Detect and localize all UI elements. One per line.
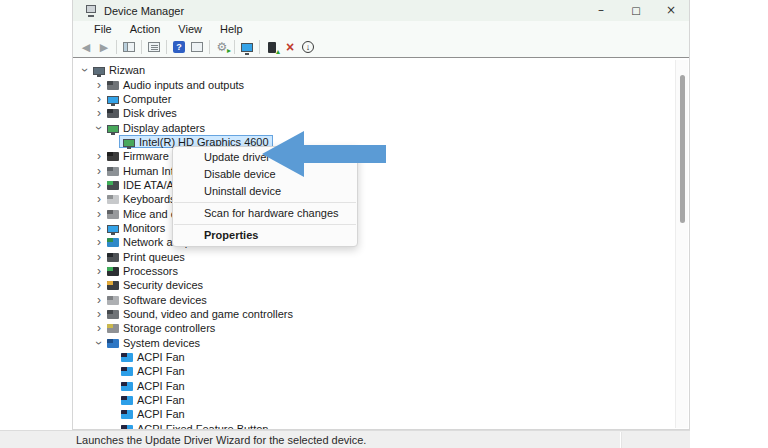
tree-item-monitors[interactable]: ›Monitors [73, 221, 689, 235]
tree-item-label: Sound, video and game controllers [123, 308, 293, 320]
acpi-icon [121, 352, 134, 362]
chevron-right-icon[interactable]: › [93, 93, 105, 105]
show-console-tree-icon[interactable] [120, 39, 138, 56]
tree-item-sound-video-and-game-controllers[interactable]: ›Sound, video and game controllers [73, 307, 689, 321]
acpi-icon [121, 381, 134, 391]
tree-item-label: Rizwan [109, 64, 145, 76]
storage-icon [107, 323, 120, 333]
tree-item-acpi-fan[interactable]: ›ACPI Fan [73, 393, 689, 407]
status-bar-divider [620, 432, 622, 448]
tree-item-audio-inputs-and-outputs[interactable]: ›Audio inputs and outputs [73, 77, 689, 91]
menu-file[interactable]: File [85, 21, 121, 37]
tree-item-label: ACPI Fan [137, 351, 185, 363]
tree-item-software-devices[interactable]: ›Software devices [73, 293, 689, 307]
annotation-arrow-icon [262, 131, 386, 177]
chevron-right-icon[interactable]: › [93, 279, 105, 291]
window-icon[interactable] [188, 39, 206, 56]
tree-item-security-devices[interactable]: ›Security devices [73, 278, 689, 292]
chevron-down-icon[interactable]: › [93, 337, 105, 349]
chevron-right-icon[interactable]: › [93, 322, 105, 334]
chevron-right-icon[interactable]: › [93, 236, 105, 248]
tree-item-label: ACPI Fixed Feature Button [137, 423, 268, 429]
maximize-icon[interactable]: □ [626, 0, 646, 21]
chevron-right-icon[interactable]: › [93, 222, 105, 234]
context-menu-item-properties[interactable]: Properties [173, 227, 357, 244]
tree-item-keyboards[interactable]: ›Keyboards [73, 192, 689, 206]
tree-item-network-adapters[interactable]: ›Network adapters [73, 235, 689, 249]
chevron-right-icon[interactable]: › [93, 107, 105, 119]
keyboard-icon [107, 194, 120, 204]
audio-icon [107, 80, 120, 90]
tree-item-ide-ata-atapi-controllers[interactable]: ›IDE ATA/ATAPI controllers [73, 178, 689, 192]
printer-icon [107, 252, 120, 262]
processor-icon [107, 266, 120, 276]
chevron-down-icon[interactable]: › [79, 64, 91, 76]
tree-item-processors[interactable]: ›Processors [73, 264, 689, 278]
chevron-right-icon[interactable]: › [93, 294, 105, 306]
chevron-down-icon[interactable]: › [93, 122, 105, 134]
scan-hardware-icon[interactable]: ⚙▸ [213, 39, 231, 56]
context-menu-separator [174, 202, 356, 203]
tree-item-label: Print queues [123, 251, 185, 263]
back-icon[interactable]: ◀ [77, 39, 95, 56]
tree-item-acpi-fan[interactable]: ›ACPI Fan [73, 350, 689, 364]
disk-icon [107, 108, 120, 118]
sound-icon [107, 309, 120, 319]
toolbar-separator [259, 40, 260, 54]
chevron-right-icon[interactable]: › [93, 251, 105, 263]
context-menu-item-uninstall-device[interactable]: Uninstall device [173, 183, 357, 200]
context-menu-item-scan-for-hardware-changes[interactable]: Scan for hardware changes [173, 205, 357, 222]
chevron-right-icon[interactable]: › [93, 208, 105, 220]
tree-item-acpi-fixed-feature-button[interactable]: ›ACPI Fixed Feature Button [73, 422, 689, 429]
chevron-right-icon[interactable]: › [93, 179, 105, 191]
tree-item-rizwan[interactable]: ›Rizwan [73, 63, 689, 77]
scrollbar-thumb[interactable] [680, 75, 685, 223]
disable-device-icon[interactable]: ↓ [299, 39, 317, 56]
security-icon [107, 280, 120, 290]
tree-item-label: ACPI Fan [137, 394, 185, 406]
menu-bar: File Action View Help [73, 21, 689, 37]
chevron-right-icon[interactable]: › [93, 165, 105, 177]
help-icon[interactable]: ? [170, 39, 188, 56]
tree-item-acpi-fan[interactable]: ›ACPI Fan [73, 379, 689, 393]
toolbar-separator [166, 40, 167, 54]
vertical-scrollbar[interactable] [675, 60, 688, 428]
title-bar[interactable]: Device Manager – □ × [73, 0, 689, 21]
device-manager-window: Device Manager – □ × File Action View He… [72, 0, 690, 430]
minimize-icon[interactable]: – [591, 0, 611, 21]
tree-item-mice-and-other-pointing-devices[interactable]: ›Mice and other pointing devices [73, 206, 689, 220]
display-icon [107, 123, 120, 133]
chevron-right-icon[interactable]: › [93, 79, 105, 91]
tree-item-acpi-fan[interactable]: ›ACPI Fan [73, 407, 689, 421]
computer-icon [107, 94, 120, 104]
chevron-right-icon[interactable]: › [93, 150, 105, 162]
network-icon [107, 237, 120, 247]
menu-view[interactable]: View [169, 21, 211, 37]
tree-item-label: System devices [123, 337, 200, 349]
computer-icon[interactable] [238, 39, 256, 56]
forward-icon[interactable]: ▶ [95, 39, 113, 56]
properties-icon[interactable] [145, 39, 163, 56]
software-icon [107, 295, 120, 305]
tree-item-acpi-fan[interactable]: ›ACPI Fan [73, 364, 689, 378]
tree-item-disk-drives[interactable]: ›Disk drives [73, 106, 689, 120]
close-icon[interactable]: × [661, 0, 681, 21]
tree-item-print-queues[interactable]: ›Print queues [73, 249, 689, 263]
tree-item-label: Disk drives [123, 107, 177, 119]
chevron-right-icon[interactable]: › [93, 193, 105, 205]
tree-item-label: ACPI Fan [137, 408, 185, 420]
menu-help[interactable]: Help [211, 21, 252, 37]
tree-item-label: Display adapters [123, 122, 205, 134]
tree-item-system-devices[interactable]: ›System devices [73, 336, 689, 350]
context-menu-separator [174, 224, 356, 225]
chevron-right-icon[interactable]: › [93, 308, 105, 320]
system-icon [107, 338, 120, 348]
uninstall-device-icon[interactable]: × [281, 39, 299, 56]
tree-item-label: Processors [123, 265, 178, 277]
update-driver-icon[interactable]: ▴ [263, 39, 281, 56]
tree-item-computer[interactable]: ›Computer [73, 92, 689, 106]
menu-action[interactable]: Action [121, 21, 170, 37]
chevron-right-icon[interactable]: › [93, 265, 105, 277]
mouse-icon [107, 209, 120, 219]
tree-item-storage-controllers[interactable]: ›Storage controllers [73, 321, 689, 335]
